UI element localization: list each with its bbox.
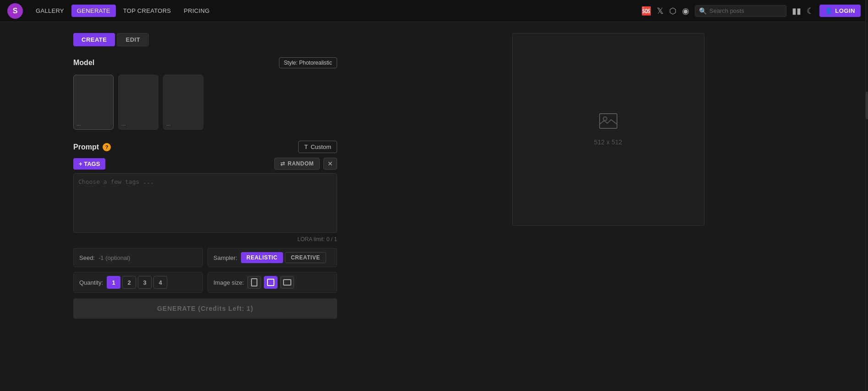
twitter-icon[interactable]: 𝕏	[657, 6, 664, 16]
image-size-label: Image size:	[213, 279, 244, 286]
seed-label: Seed:	[79, 254, 95, 261]
random-button[interactable]: ⇄ RANDOM	[274, 158, 320, 170]
quantity-buttons: 1 2 3 4	[107, 276, 167, 289]
sampler-creative[interactable]: CREATIVE	[285, 252, 326, 263]
theme-toggle-icon[interactable]: ☾	[807, 6, 814, 16]
svg-rect-1	[267, 279, 274, 286]
model-card-0[interactable]: ...	[73, 75, 114, 130]
model-card-2[interactable]: ...	[163, 75, 203, 130]
sampler-label: Sampler:	[213, 254, 237, 261]
scrollbar-thumb[interactable]	[866, 92, 868, 119]
model-section-header: Model Style: Photorealistic	[73, 57, 337, 68]
generate-button[interactable]: GENERATE (Credits Left: 1)	[73, 298, 337, 319]
controls-grid: Seed: Sampler: REALISTIC CREATIVE Quanti…	[73, 248, 337, 293]
tags-button[interactable]: + TAGS	[73, 158, 105, 170]
nav-gallery[interactable]: GALLERY	[30, 5, 70, 17]
nav-links: GALLERY GENERATE TOP CREATORS PRICING	[30, 5, 638, 17]
prompt-help-icon[interactable]: ?	[103, 143, 111, 151]
discord-icon[interactable]: ⬡	[669, 6, 677, 16]
prompt-textarea[interactable]	[73, 173, 337, 233]
quantity-label: Quantity:	[79, 279, 103, 286]
prompt-header: Prompt ? T Custom	[73, 141, 337, 153]
qty-2[interactable]: 2	[122, 276, 136, 289]
image-preview: 512 x 512	[512, 33, 704, 226]
clear-button[interactable]: ✕	[323, 158, 337, 170]
svg-rect-2	[284, 280, 291, 285]
tab-edit[interactable]: EDIT	[117, 33, 149, 46]
style-badge[interactable]: Style: Photorealistic	[279, 57, 337, 68]
qty-1[interactable]: 1	[107, 276, 120, 289]
sampler-realistic[interactable]: REALISTIC	[241, 252, 283, 263]
image-size-buttons	[247, 276, 294, 289]
custom-button[interactable]: T Custom	[298, 141, 337, 153]
size-landscape[interactable]	[280, 276, 294, 289]
scrollbar[interactable]	[865, 0, 868, 391]
model-card-label-0: ...	[76, 121, 81, 127]
sampler-row: Sampler: REALISTIC CREATIVE	[207, 248, 337, 267]
nav-generate[interactable]: GENERATE	[71, 5, 116, 17]
svg-rect-0	[251, 279, 257, 286]
qty-4[interactable]: 4	[153, 276, 167, 289]
qty-3[interactable]: 3	[138, 276, 152, 289]
logo[interactable]: S	[7, 3, 23, 19]
svg-rect-3	[600, 114, 617, 128]
left-panel: CREATE EDIT Model Style: Photorealistic …	[73, 33, 348, 319]
patreon-icon[interactable]: 🆘	[641, 6, 651, 16]
nav-right: 🆘 𝕏 ⬡ ◉ 🔍 ▮▮ ☾ 👤 LOGIN	[641, 5, 861, 17]
search-bar: 🔍	[695, 5, 786, 17]
user-icon: 👤	[825, 7, 833, 14]
size-portrait[interactable]	[247, 276, 261, 289]
search-icon: 🔍	[699, 7, 707, 15]
tab-create[interactable]: CREATE	[73, 33, 115, 46]
tabs: CREATE EDIT	[73, 33, 337, 46]
right-panel: 512 x 512	[348, 33, 868, 319]
nav-top-creators[interactable]: TOP CREATORS	[118, 5, 177, 17]
lora-limit: LORA limit: 0 / 1	[73, 236, 337, 242]
seed-input[interactable]	[98, 254, 197, 261]
nav-pricing[interactable]: PRICING	[178, 5, 215, 17]
gallery-icon[interactable]: ▮▮	[792, 6, 801, 16]
image-size-row: Image size:	[207, 272, 337, 293]
model-card-label-2: ...	[166, 121, 170, 127]
quantity-row: Quantity: 1 2 3 4	[73, 272, 203, 293]
model-title: Model	[73, 59, 94, 67]
model-card-label-1: ...	[121, 121, 126, 127]
sampler-buttons: REALISTIC CREATIVE	[241, 252, 326, 263]
model-card-1[interactable]: ...	[118, 75, 158, 130]
login-button[interactable]: 👤 LOGIN	[819, 5, 861, 17]
model-cards: ... ... ...	[73, 75, 337, 130]
svg-point-4	[603, 117, 607, 121]
main-layout: CREATE EDIT Model Style: Photorealistic …	[0, 22, 868, 319]
civitai-icon[interactable]: ◉	[682, 6, 689, 16]
seed-row: Seed:	[73, 248, 203, 267]
image-placeholder-icon	[599, 113, 617, 133]
navbar: S GALLERY GENERATE TOP CREATORS PRICING …	[0, 0, 868, 22]
shuffle-icon: ⇄	[280, 160, 285, 167]
text-icon: T	[304, 143, 308, 150]
prompt-title: Prompt ?	[73, 143, 111, 151]
search-input[interactable]	[710, 7, 782, 14]
image-dimensions: 512 x 512	[594, 138, 622, 146]
prompt-controls: + TAGS ⇄ RANDOM ✕	[73, 158, 337, 170]
size-square[interactable]	[264, 276, 278, 289]
